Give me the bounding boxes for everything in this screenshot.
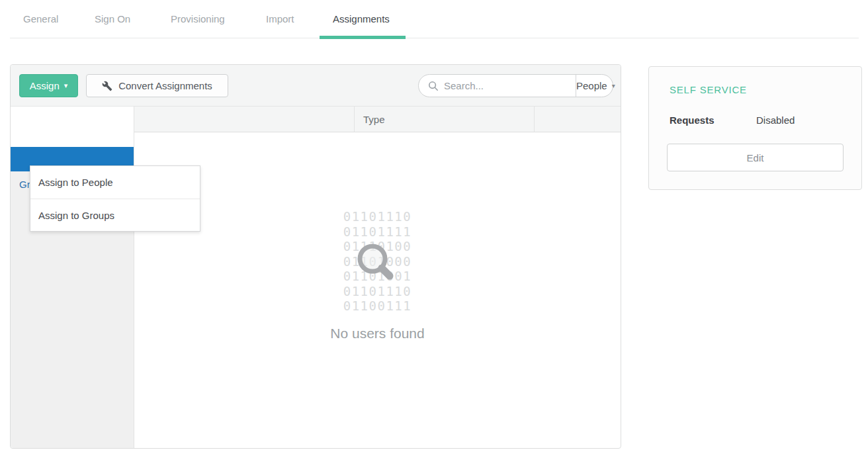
assignments-table-header: Type (134, 107, 621, 132)
binary-row: 01101110 (343, 209, 412, 224)
caret-down-icon: ▾ (612, 82, 615, 89)
type-column-header: Type (363, 107, 385, 132)
active-tab-underline (320, 36, 406, 39)
tab-provisioning[interactable]: Provisioning (171, 13, 225, 24)
assign-dropdown-menu: Assign to People Assign to Groups (30, 165, 200, 232)
convert-assignments-button[interactable]: Convert Assignments (86, 74, 228, 97)
column-divider (354, 107, 355, 132)
self-service-card: SELF SERVICE Requests Disabled Edit (648, 66, 862, 190)
empty-state-message: No users found (330, 326, 424, 341)
menu-item-assign-to-groups[interactable]: Assign to Groups (30, 199, 200, 231)
search-input[interactable] (444, 80, 576, 91)
self-service-title: SELF SERVICE (670, 84, 747, 95)
binary-row: 01101111 (343, 224, 412, 240)
search-scope-dropdown[interactable]: People ▾ (576, 75, 615, 97)
assign-button-label: Assign (30, 80, 60, 91)
tab-bar-divider (10, 38, 859, 38)
column-divider (534, 107, 535, 132)
convert-assignments-label: Convert Assignments (118, 80, 212, 91)
binary-graphic: 01101110 01101111 01110100 01101000 0110… (343, 209, 412, 314)
tab-sign-on[interactable]: Sign On (95, 13, 130, 24)
wrench-icon (102, 81, 112, 91)
binary-row: 01100111 (343, 298, 412, 314)
edit-button[interactable]: Edit (667, 144, 844, 171)
search-segment (419, 75, 576, 97)
search-icon (428, 81, 439, 91)
tab-general[interactable]: General (23, 13, 58, 24)
binary-row: 01101110 (343, 284, 412, 299)
empty-state: 01101110 01101111 01110100 01101000 0110… (134, 132, 621, 448)
assignments-panel: Assign ▾ Convert Assignments (10, 64, 621, 449)
magnifier-icon (355, 242, 396, 283)
tab-import[interactable]: Import (266, 13, 294, 24)
caret-down-icon: ▾ (64, 82, 68, 89)
requests-label: Requests (670, 114, 715, 126)
requests-value: Disabled (756, 114, 795, 126)
assign-button[interactable]: Assign ▾ (19, 74, 78, 97)
assignments-sidebar: Groups (11, 107, 134, 448)
search-control: People ▾ (418, 74, 613, 97)
assignments-toolbar: Assign ▾ Convert Assignments (11, 65, 621, 107)
tab-assignments[interactable]: Assignments (333, 13, 390, 24)
menu-item-assign-to-people[interactable]: Assign to People (30, 166, 200, 199)
search-scope-label: People (576, 80, 607, 91)
